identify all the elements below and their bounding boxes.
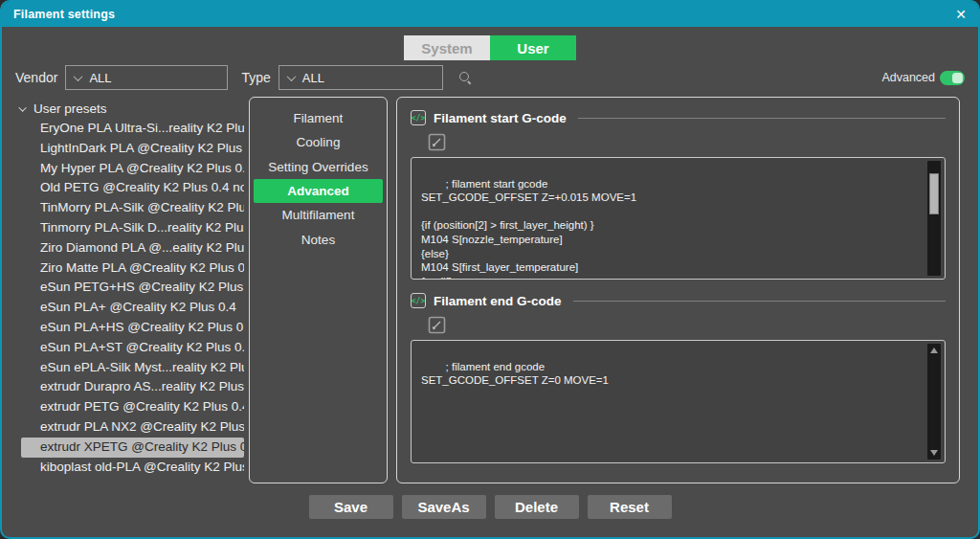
- saveas-button[interactable]: SaveAs: [402, 495, 486, 519]
- filament-start-gcode-text: ; filament start gcode SET_GCODE_OFFSET …: [421, 178, 636, 280]
- settings-nav-panel: FilamentCoolingSetting OverridesAdvanced…: [249, 97, 388, 483]
- list-item[interactable]: Ziro Diamond PLA @...eality K2 Plus 0.4: [21, 238, 244, 258]
- start-gcode-title: Filament start G-code: [434, 111, 567, 125]
- tab-user[interactable]: User: [490, 35, 576, 60]
- save-button[interactable]: Save: [309, 495, 393, 519]
- search-icon[interactable]: [458, 71, 472, 84]
- reset-button[interactable]: Reset: [588, 495, 672, 519]
- list-item[interactable]: extrudr XPETG @Creality K2 Plus 0.4: [21, 438, 244, 458]
- scrollbar[interactable]: [927, 344, 941, 460]
- nav-item-filament[interactable]: Filament: [254, 106, 383, 130]
- code-icon: </>: [411, 110, 426, 125]
- list-item[interactable]: Ziro Matte PLA @Creality K2 Plus 0.4: [21, 258, 244, 279]
- list-item[interactable]: eSun PLA+ST @Creality K2 Plus 0.4: [21, 338, 244, 358]
- tab-system[interactable]: System: [404, 35, 490, 60]
- scroll-down-icon[interactable]: [930, 450, 938, 456]
- list-item[interactable]: extrudr PLA NX2 @Creality K2 Plus 0.4: [21, 417, 244, 438]
- list-item[interactable]: Tinmorry PLA-Silk D...reality K2 Plus 0.…: [21, 218, 244, 238]
- list-item[interactable]: eSun ePLA-Silk Myst...reality K2 Plus 0.…: [21, 358, 244, 378]
- list-item[interactable]: kiboplast old-PLA @Creality K2 Plus 0.4: [21, 458, 244, 478]
- end-gcode-title: Filament end G-code: [434, 294, 562, 308]
- type-select[interactable]: ALL: [278, 65, 443, 90]
- start-gcode-textarea[interactable]: ; filament start gcode SET_GCODE_OFFSET …: [411, 157, 946, 280]
- edit-icon[interactable]: [428, 316, 446, 338]
- list-item[interactable]: TinMorry PLA-Silk @Creality K2 Plus 0.4: [21, 198, 244, 218]
- filter-row: Vendor ALL Type ALL Advanced: [2, 62, 978, 93]
- edit-icon[interactable]: [428, 133, 446, 155]
- header-divider: [573, 301, 946, 302]
- list-item[interactable]: eSun PLA+HS @Creality K2 Plus 0.4: [21, 318, 244, 338]
- delete-button[interactable]: Delete: [495, 495, 579, 519]
- scroll-up-icon[interactable]: [930, 348, 938, 353]
- advanced-toggle[interactable]: [940, 71, 965, 85]
- list-item[interactable]: extrudr PETG @Creality K2 Plus 0.4: [21, 397, 244, 417]
- nav-item-notes[interactable]: Notes: [254, 227, 383, 251]
- gcode-panel: </> Filament start G-code ; filament sta…: [396, 97, 960, 483]
- preset-group-label: User presets: [33, 101, 107, 116]
- end-gcode-textarea[interactable]: ; filament end gcode SET_GCODE_OFFSET Z=…: [411, 340, 946, 463]
- preset-tree: User presets EryOne PLA Ultra-Si...reali…: [2, 97, 249, 483]
- list-item[interactable]: EryOne PLA Ultra-Si...reality K2 Plus 0.…: [21, 119, 244, 139]
- list-item[interactable]: extrudr Durapro AS...reality K2 Plus 0.4: [21, 377, 244, 397]
- list-item[interactable]: LightInDark PLA @Creality K2 Plus 0.4: [21, 139, 244, 159]
- main-area: User presets EryOne PLA Ultra-Si...reali…: [2, 93, 978, 483]
- code-icon: </>: [411, 293, 426, 308]
- chevron-down-icon: [74, 72, 83, 81]
- list-item[interactable]: Old PETG @Creality K2 Plus 0.4 nozzle: [21, 178, 244, 198]
- footer-buttons: SaveSaveAsDeleteReset: [2, 483, 978, 519]
- end-gcode-edit-row: [428, 316, 946, 334]
- type-select-value: ALL: [302, 71, 324, 85]
- vendor-select-value: ALL: [89, 71, 111, 85]
- advanced-label: Advanced: [881, 71, 935, 84]
- list-item[interactable]: My Hyper PLA @Creality K2 Plus 0.4: [21, 159, 244, 179]
- scrollbar-thumb[interactable]: [929, 173, 939, 214]
- type-label: Type: [241, 70, 270, 85]
- scrollbar[interactable]: [927, 161, 941, 276]
- preset-group-user-presets[interactable]: User presets: [21, 99, 249, 119]
- toggle-knob: [952, 73, 963, 83]
- preset-list: EryOne PLA Ultra-Si...reality K2 Plus 0.…: [21, 119, 249, 477]
- close-icon[interactable]: ✕: [955, 8, 967, 21]
- nav-item-cooling[interactable]: Cooling: [254, 130, 383, 154]
- advanced-toggle-group: Advanced: [881, 71, 965, 85]
- start-gcode-edit-row: [428, 133, 946, 151]
- nav-item-multifilament[interactable]: Multifilament: [254, 203, 383, 227]
- profile-scope-tabs: System User: [2, 27, 978, 62]
- nav-item-setting-overrides[interactable]: Setting Overrides: [254, 155, 383, 179]
- vendor-label: Vendor: [15, 70, 57, 85]
- end-gcode-header: </> Filament end G-code: [411, 292, 946, 309]
- chevron-down-icon: [286, 72, 296, 81]
- title-bar[interactable]: Filament settings ✕: [2, 2, 978, 27]
- list-item[interactable]: eSun PLA+ @Creality K2 Plus 0.4: [21, 298, 244, 318]
- header-divider: [578, 118, 946, 119]
- nav-item-advanced[interactable]: Advanced: [254, 179, 383, 203]
- filament-end-gcode-text: ; filament end gcode SET_GCODE_OFFSET Z=…: [421, 361, 609, 387]
- chevron-down-icon: [18, 103, 26, 111]
- filament-settings-dialog: Filament settings ✕ System User Vendor A…: [0, 0, 980, 539]
- window-title: Filament settings: [13, 8, 115, 21]
- vendor-select[interactable]: ALL: [65, 65, 228, 90]
- start-gcode-header: </> Filament start G-code: [411, 109, 946, 126]
- list-item[interactable]: eSun PETG+HS @Creality K2 Plus 0.4: [21, 278, 244, 298]
